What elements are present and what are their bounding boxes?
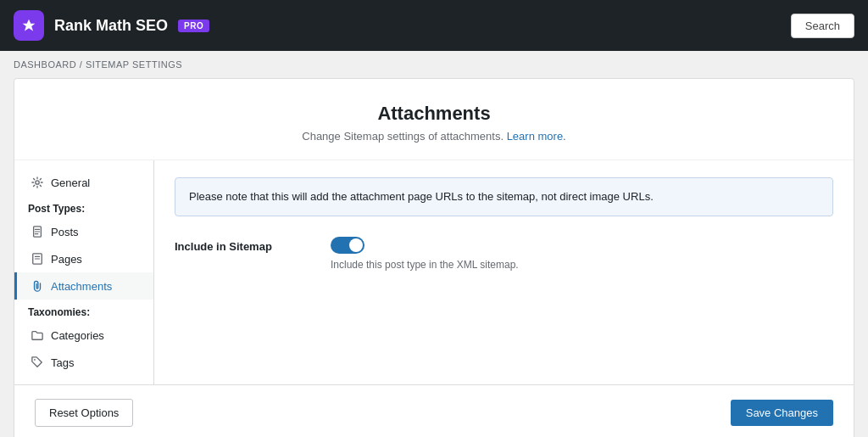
sidebar-label-tags: Tags <box>51 356 74 369</box>
topbar-left: Rank Math SEO PRO <box>14 10 209 41</box>
sidebar: General Post Types: Posts <box>14 160 154 384</box>
save-button[interactable]: Save Changes <box>731 400 833 426</box>
page-title: Attachments <box>31 103 837 125</box>
include-sitemap-label: Include in Sitemap <box>175 237 310 253</box>
tag-icon <box>31 356 44 369</box>
sidebar-item-categories[interactable]: Categories <box>14 322 153 349</box>
reset-button[interactable]: Reset Options <box>35 399 133 427</box>
brand-name: Rank Math SEO <box>54 17 168 35</box>
topbar: Rank Math SEO PRO Search <box>0 0 868 51</box>
breadcrumb-dashboard[interactable]: DASHBOARD <box>14 59 76 70</box>
content-area: Please note that this will add the attac… <box>154 160 854 384</box>
page-icon <box>31 252 44 266</box>
attachment-icon <box>31 279 44 293</box>
svg-point-1 <box>36 181 39 184</box>
breadcrumb-separator: / <box>80 59 83 70</box>
folder-icon <box>31 328 44 342</box>
sidebar-label-pages: Pages <box>51 253 82 266</box>
include-sitemap-row: Include in Sitemap Include this post typ… <box>175 237 833 271</box>
include-sitemap-description: Include this post type in the XML sitema… <box>331 259 519 271</box>
sidebar-label-posts: Posts <box>51 226 79 238</box>
info-box-text: Please note that this will add the attac… <box>189 190 654 203</box>
sidebar-item-posts[interactable]: Posts <box>14 218 153 245</box>
search-button[interactable]: Search <box>791 14 854 38</box>
post-types-section-label: Post Types: <box>14 196 153 218</box>
svg-point-9 <box>34 359 36 361</box>
breadcrumb-current: SITEMAP SETTINGS <box>86 59 182 70</box>
sidebar-label-attachments: Attachments <box>51 280 112 293</box>
footer-bar: Reset Options Save Changes <box>14 384 854 437</box>
logo-icon <box>14 10 44 41</box>
document-icon <box>31 225 44 238</box>
breadcrumb: DASHBOARD / SITEMAP SETTINGS <box>0 51 868 78</box>
learn-more-link[interactable]: Learn more. <box>507 130 566 143</box>
sidebar-item-tags[interactable]: Tags <box>14 349 153 376</box>
sidebar-item-attachments[interactable]: Attachments <box>14 272 153 300</box>
sidebar-label-general: General <box>51 176 90 189</box>
settings-icon <box>31 176 44 189</box>
page-header: Attachments Change Sitemap settings of a… <box>14 79 854 160</box>
pro-badge: PRO <box>178 20 209 32</box>
page-description: Change Sitemap settings of attachments. … <box>31 130 837 143</box>
body-layout: General Post Types: Posts <box>14 160 854 384</box>
include-sitemap-toggle[interactable] <box>331 237 364 254</box>
sidebar-item-general[interactable]: General <box>14 169 153 196</box>
sidebar-label-categories: Categories <box>51 329 104 342</box>
include-sitemap-control: Include this post type in the XML sitema… <box>331 237 519 271</box>
toggle-knob <box>349 238 363 252</box>
info-box: Please note that this will add the attac… <box>175 177 833 216</box>
taxonomies-section-label: Taxonomies: <box>14 300 153 322</box>
sidebar-item-pages[interactable]: Pages <box>14 245 153 272</box>
main-container: Attachments Change Sitemap settings of a… <box>14 78 854 437</box>
